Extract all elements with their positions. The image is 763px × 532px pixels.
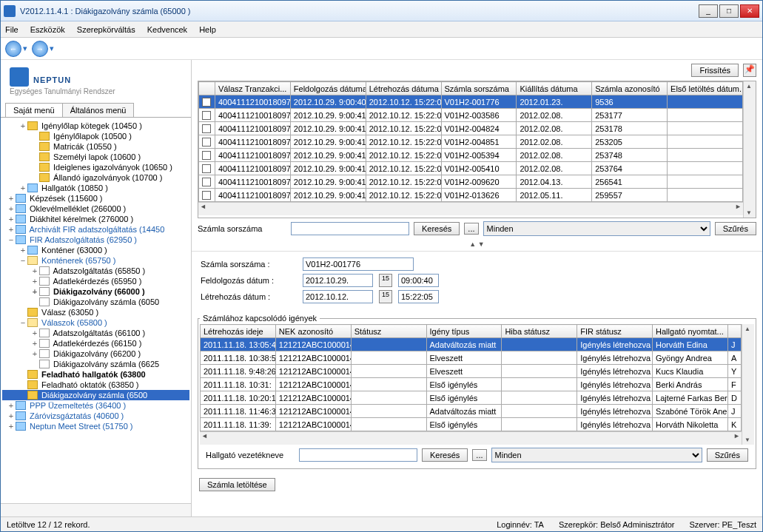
logo-icon <box>10 67 29 87</box>
pin-button[interactable]: 📌 <box>743 64 756 77</box>
menu-roles[interactable]: Szerepkörváltás <box>77 25 135 34</box>
tree-item[interactable]: + Archivált FIR adatszolgáltatás (14450 <box>2 224 189 235</box>
nav-toolbar: ←▾ →▾ <box>1 38 762 60</box>
tree-item[interactable]: + Diákhitel kérelmek (276000 ) <box>2 214 189 224</box>
tab-all-menu[interactable]: Általános menü <box>62 103 135 117</box>
logo: NEPTUN Egységes Tanulmányi Rendszer <box>1 60 191 100</box>
table-row[interactable]: 400411121001809732012.10.29. 9:00:412012… <box>199 122 743 135</box>
search1-input[interactable] <box>291 222 409 235</box>
left-panel: NEPTUN Egységes Tanulmányi Rendszer Sajá… <box>1 60 192 516</box>
tab-own-menu[interactable]: Saját menü <box>5 103 63 117</box>
tree-item[interactable]: + Oklevélmelléklet (266000 ) <box>2 203 189 214</box>
search1-button[interactable]: Keresés <box>414 222 460 235</box>
tree-item[interactable]: + Adatlekérdezés (65950 ) <box>2 276 189 286</box>
table-row[interactable]: 400411121001809732012.10.29. 9:00:412012… <box>199 175 743 189</box>
tree-item[interactable]: + Diákigazolvány (66000 ) <box>2 286 189 297</box>
f3-time[interactable] <box>398 290 439 303</box>
table-row[interactable]: 400411121001809732012.10.29. 9:00:412012… <box>199 109 743 122</box>
table-row[interactable]: 400411121001809732012.10.29. 9:00:412012… <box>199 189 743 202</box>
search1-label: Számla sorszáma <box>198 224 286 233</box>
minimize-button[interactable]: _ <box>699 4 718 18</box>
tree-item[interactable]: + Konténer (63000 ) <box>2 245 189 255</box>
menu-help[interactable]: Help <box>199 25 216 34</box>
table-row[interactable]: 2011.11.18. 9:48:26121212ABC1000014Elves… <box>201 365 742 378</box>
requests-grid[interactable]: Létrehozás idejeNEK azonosítóStátuszIgén… <box>200 324 742 431</box>
tree-item[interactable]: Ideiglenes igazolványok (10650 ) <box>2 162 189 172</box>
nav-back-button[interactable]: ← <box>5 41 21 57</box>
tree-item[interactable]: Diákigazolvány számla (6500 <box>2 390 189 400</box>
tree-item[interactable]: Válasz (63050 ) <box>2 307 189 317</box>
f1-input[interactable] <box>303 257 414 271</box>
tree-item[interactable]: Matricák (10550 ) <box>2 141 189 152</box>
grid1-hscroll[interactable] <box>198 202 743 215</box>
f2-time[interactable] <box>398 274 439 287</box>
app-icon <box>4 5 16 17</box>
invoice-grid[interactable]: Válasz Tranzakci...Feldolgozás dátumaLét… <box>198 81 756 218</box>
menu-bar: File Eszközök Szerepkörváltás Kedvencek … <box>1 21 762 38</box>
table-row[interactable]: 2011.11.18. 10:31:121212ABC1000014Első i… <box>201 378 742 391</box>
f2-date-icon[interactable]: 15 <box>379 274 392 287</box>
download-invoice-button[interactable]: Számla letöltése <box>199 478 275 491</box>
f2-label: Feldolgozás dátum : <box>201 276 297 285</box>
tree-item[interactable]: + Hallgatók (10850 ) <box>2 183 189 193</box>
search-row-2: Hallgató vezetékneve Keresés ... Minden … <box>200 445 754 467</box>
tree-item[interactable]: Személyi lapok (10600 ) <box>2 152 189 162</box>
grid2-vscroll[interactable] <box>742 324 754 445</box>
tree-item[interactable]: − Válaszok (65800 ) <box>2 317 189 328</box>
refresh-button[interactable]: Frissítés <box>691 64 739 77</box>
status-records: Letöltve 12 / 12 rekord. <box>7 520 90 529</box>
search2-more-button[interactable]: ... <box>472 449 486 461</box>
nav-tree[interactable]: + Igénylőlap kötegek (10450 ) Igénylőlap… <box>1 118 191 503</box>
tree-item[interactable]: Igénylőlapok (10500 ) <box>2 131 189 141</box>
search2-input[interactable] <box>299 448 417 462</box>
tree-item[interactable]: + Neptun Meet Street (51750 ) <box>2 421 189 431</box>
menu-file[interactable]: File <box>5 25 19 34</box>
tree-item[interactable]: + Adatszolgáltatás (66100 ) <box>2 328 189 338</box>
requests-fieldset: Számlához kapcsolódó igények Létrehozás … <box>198 314 756 469</box>
close-button[interactable]: ✕ <box>740 4 759 18</box>
tree-item[interactable]: Feladható hallgatók (63800 <box>2 369 189 380</box>
tree-item[interactable]: Állandó igazolványok (10700 ) <box>2 172 189 183</box>
table-row[interactable]: 2011.11.18. 10:20:1121212ABC1000014Első … <box>201 391 742 405</box>
search2-select[interactable]: Minden <box>491 448 702 462</box>
f3-label: Létrehozás dátum : <box>201 292 297 301</box>
table-row[interactable]: 400411121001809732012.10.29. 9:00:412012… <box>199 135 743 149</box>
tree-item[interactable]: + Záróvizsgáztatás (40600 ) <box>2 411 189 421</box>
search2-label: Hallgató vezetékneve <box>206 451 295 459</box>
f3-date-icon[interactable]: 15 <box>379 290 392 303</box>
search1-more-button[interactable]: ... <box>464 223 478 235</box>
table-row[interactable]: 400411121001809732012.10.29. 9:00:402012… <box>199 95 743 109</box>
search1-select[interactable]: Minden <box>483 221 710 236</box>
filter1-button[interactable]: Szűrés <box>715 222 756 235</box>
tree-item[interactable]: + Képzések (115600 ) <box>2 193 189 203</box>
menu-tabs: Saját menü Általános menü <box>1 103 191 118</box>
table-row[interactable]: 400411121001809732012.10.29. 9:00:412012… <box>199 162 743 175</box>
menu-fav[interactable]: Kedvencek <box>147 25 187 34</box>
f2-date[interactable] <box>303 274 373 287</box>
tree-item[interactable]: Diákigazolvány számla (6050 <box>2 297 189 307</box>
tree-hscroll[interactable] <box>1 503 191 516</box>
table-row[interactable]: 2011.11.18. 10:38:5121212ABC1000014Elves… <box>201 351 742 365</box>
table-row[interactable]: 2011.11.18. 11:46:3121212ABC1000014Adatv… <box>201 405 742 418</box>
tree-item[interactable]: + PPP Üzemeltetés (36400 ) <box>2 400 189 411</box>
tree-item[interactable]: + Diákigazolvány (66200 ) <box>2 349 189 359</box>
tree-item[interactable]: Diákigazolvány számla (6625 <box>2 359 189 369</box>
tree-item[interactable]: − Konténerek (65750 ) <box>2 255 189 266</box>
search2-button[interactable]: Keresés <box>422 448 468 462</box>
grid1-vscroll[interactable] <box>743 81 756 218</box>
menu-tools[interactable]: Eszközök <box>30 25 65 34</box>
tree-item[interactable]: + Adatszolgáltatás (65850 ) <box>2 266 189 276</box>
grid2-hscroll[interactable] <box>200 431 742 445</box>
tree-item[interactable]: + Adatlekérdezés (66150 ) <box>2 338 189 349</box>
table-row[interactable]: 2011.11.18. 13:05:4121212ABC1000014Adatv… <box>201 338 742 351</box>
maximize-button[interactable]: □ <box>719 4 739 18</box>
tree-item[interactable]: − FIR Adatszolgáltatás (62950 ) <box>2 235 189 245</box>
tree-item[interactable]: Feladható oktatók (63850 ) <box>2 380 189 390</box>
table-row[interactable]: 400411121001809732012.10.29. 9:00:412012… <box>199 149 743 162</box>
f3-date[interactable] <box>303 290 373 303</box>
table-row[interactable]: 2011.11.18. 11:39:121212ABC1000014Első i… <box>201 418 742 431</box>
tree-item[interactable]: + Igénylőlap kötegek (10450 ) <box>2 121 189 131</box>
filter2-button[interactable]: Szűrés <box>707 448 748 462</box>
nav-forward-button[interactable]: → <box>32 41 48 57</box>
splitter[interactable]: ▲ ▼ <box>192 240 762 251</box>
